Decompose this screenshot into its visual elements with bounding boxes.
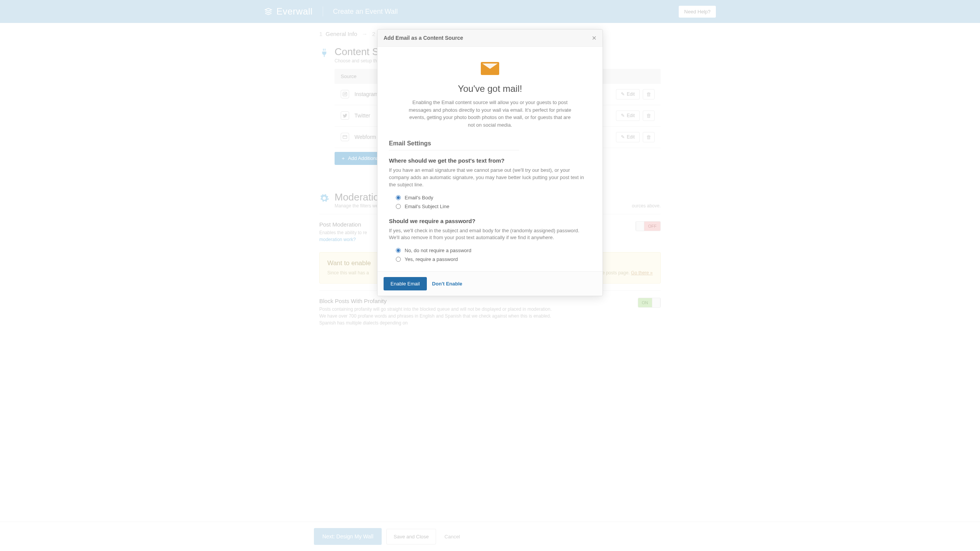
- add-email-modal: Add Email as a Content Source × You've g…: [377, 29, 603, 296]
- text-source-question: Where should we get the post's text from…: [389, 157, 591, 164]
- mail-icon: [481, 62, 499, 75]
- radio-label: No, do not require a password: [405, 248, 471, 253]
- modal-overlay: Add Email as a Content Source × You've g…: [0, 0, 980, 387]
- password-question: Should we require a password?: [389, 218, 591, 224]
- modal-title: Add Email as a Content Source: [384, 35, 463, 41]
- radio-input[interactable]: [396, 195, 401, 200]
- modal-hero-title: You've got mail!: [389, 83, 591, 94]
- radio-label: Yes, require a password: [405, 256, 458, 262]
- radio-no-password[interactable]: No, do not require a password: [389, 246, 591, 255]
- close-button[interactable]: ×: [592, 34, 596, 42]
- dont-enable-button[interactable]: Don't Enable: [432, 281, 462, 287]
- radio-label: Email's Body: [405, 195, 433, 201]
- enable-email-button[interactable]: Enable Email: [384, 277, 427, 290]
- radio-label: Email's Subject Line: [405, 204, 449, 209]
- radio-input[interactable]: [396, 257, 401, 262]
- radio-input[interactable]: [396, 248, 401, 253]
- radio-email-subject[interactable]: Email's Subject Line: [389, 202, 591, 211]
- radio-email-body[interactable]: Email's Body: [389, 193, 591, 202]
- radio-input[interactable]: [396, 204, 401, 209]
- close-icon: ×: [592, 34, 596, 42]
- password-explain: If yes, we'll check in the subject and e…: [389, 227, 591, 242]
- modal-hero-desc: Enabling the Email content source will a…: [406, 99, 574, 129]
- email-settings-heading: Email Settings: [389, 140, 519, 150]
- text-source-explain: If you have an email signature that we c…: [389, 167, 591, 189]
- radio-yes-password[interactable]: Yes, require a password: [389, 255, 591, 264]
